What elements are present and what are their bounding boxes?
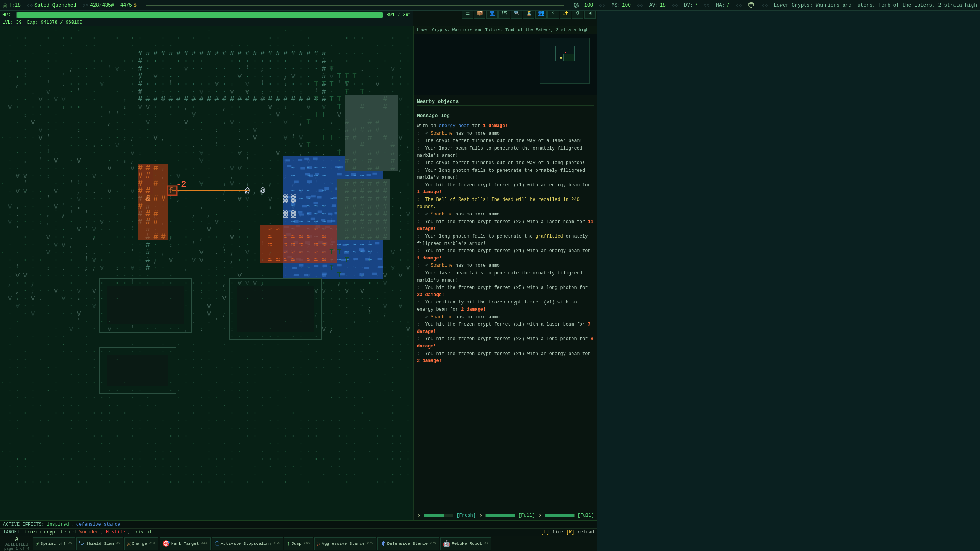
ability-sprint[interactable]: ⚡ Sprint off <> [33, 537, 75, 550]
sprint-name: Sprint off [41, 541, 66, 546]
hp-bar-container [16, 12, 383, 18]
ms-value: 100 [622, 2, 631, 8]
weapon-bar-3 [545, 514, 575, 517]
weapon-icon-3: ⚡ [538, 512, 542, 519]
location-text: Lower Crypts: Warriors and Tutors, Tomb … [774, 2, 977, 8]
lvl-row: LVL: 39 Exp: 941378 / 960100 [0, 19, 413, 26]
message-line: :: You hit the frozen crypt ferret (x5) … [417, 284, 594, 298]
message-line: :: You hit the frozen crypt ferret (x3) … [417, 336, 594, 350]
hp-bar-fill [17, 12, 383, 18]
rebuke-robot-key: <> [484, 541, 488, 546]
rebuke-robot-name: Rebuke Robot [452, 541, 482, 546]
dv-value: 7 [694, 2, 697, 8]
effect-defensive-stance: defensive stance [76, 522, 120, 527]
status-text: Sated Quenched [34, 2, 76, 8]
weapon-bar-1 [424, 514, 454, 517]
skull-icon: ☠ [3, 1, 7, 10]
defensive-stance-key: <7> [430, 541, 436, 546]
weapon-bar-2 [485, 514, 515, 517]
fire-action: fire [552, 530, 563, 535]
rebuke-robot-icon: 🤖 [443, 540, 451, 548]
weapon-label-1: [Fresh] [456, 513, 475, 518]
target-label: TARGET: [3, 530, 22, 535]
abilities-label: ABILITIES [4, 542, 29, 547]
bottom-action-bar: ACTIVE EFFECTS: inspired , defensive sta… [0, 520, 597, 551]
fire-key: [F] [541, 530, 549, 535]
av-value: 18 [660, 2, 666, 8]
ma-value: 7 [727, 2, 730, 8]
ability-charge[interactable]: ⚔ Charge <S> [124, 537, 158, 550]
message-line: :: You hit the frozen crypt ferret (x1) … [417, 182, 594, 196]
shield-icon: 🛡 [79, 540, 85, 547]
message-log: Message log with an energy beam for 1 da… [414, 109, 597, 520]
ability-aggressive-stance[interactable]: ⚔ Aggressive Stance <7> [314, 537, 376, 550]
messages-container: with an energy beam for 1 damage!:: ♂ Sp… [417, 122, 594, 365]
minimap: Lower Crypts: Warriors and Tutors, Tomb … [414, 26, 597, 95]
sprint-key: <> [68, 541, 72, 546]
mark-target-key: <4> [201, 541, 208, 546]
minimap-map [540, 38, 590, 84]
charge-key: <S> [149, 541, 156, 546]
jump-name: Jump [291, 541, 301, 546]
shield-slam-key: <> [116, 541, 121, 546]
turn-value: T:18 [9, 2, 21, 8]
qn-value: 100 [584, 2, 593, 8]
lvl-text: LVL: 39 Exp: 941378 / 960100 [2, 20, 82, 25]
aggressive-stance-key: <7> [367, 541, 374, 546]
message-line: :: You hit the frozen crypt ferret (x1) … [417, 321, 594, 335]
game-map [0, 26, 413, 520]
message-line: :: You critically hit the frozen crypt f… [417, 299, 594, 313]
target-name: frozen crypt ferret [24, 530, 77, 535]
jump-key: <6> [304, 541, 310, 546]
top-status-bar: ☠ T:18 ⟐⟐ Sated Quenched ⟐⟐ 428/435# 447… [0, 0, 980, 11]
gold-value: 4475 [120, 2, 132, 8]
mark-target-icon: 🎯 [162, 540, 170, 548]
effects-line: ACTIVE EFFECTS: inspired , defensive sta… [0, 521, 597, 529]
stopsvalinn-icon: ⬡ [214, 540, 220, 548]
defensive-stance-name: Defensive Stance [387, 541, 428, 546]
ability-defensive-stance[interactable]: 🗡 Defensive Stance <7> [377, 537, 439, 550]
hp-numbers: 391 / 391 [386, 12, 411, 18]
message-line: :: ♂ Sparbine has no more ammo! [417, 314, 594, 321]
charge-name: Charge [132, 541, 147, 546]
turn-counter: ☠ T:18 [3, 1, 21, 10]
reload-key: [R] [566, 530, 575, 535]
weapon-icon-2: ⚡ [479, 512, 483, 519]
message-line: :: You hit the frozen crypt ferret (x1) … [417, 350, 594, 365]
message-line: :: Your laser beam fails to penetrate th… [417, 145, 594, 159]
right-panel: Lower Crypts: Warriors and Tutors, Tomb … [413, 26, 597, 520]
weapon-label-3: [Full] [578, 513, 594, 518]
effect-inspired: inspired [47, 522, 69, 527]
nearby-objects-title: Nearby objects [417, 97, 594, 106]
ability-jump[interactable]: ↑ Jump <6> [284, 537, 313, 550]
reload-action: reload [578, 530, 594, 535]
qn-stat: QN: 100 [573, 2, 593, 8]
status-effects: ⟐⟐ Sated Quenched [27, 2, 76, 8]
aggressive-stance-icon: ⚔ [317, 540, 321, 548]
target-hostile: Hostile [106, 530, 125, 535]
weapon-label-2: [Full] [518, 513, 535, 518]
stopsvalinn-key: <5> [273, 541, 280, 546]
abilities-line: A ABILITIES page 1 of 4 ⚡ Sprint off <> … [0, 536, 597, 551]
effects-label: ACTIVE EFFECTS: [3, 522, 44, 527]
abilities-page-info: A ABILITIES page 1 of 4 [2, 536, 32, 551]
hp-stat: ⟐⟐ 428/435# [82, 2, 114, 8]
ability-mark-target[interactable]: 🎯 Mark Target <4> [160, 537, 211, 550]
message-log-title: Message log [417, 111, 594, 121]
message-line: :: ♂ Sparbine has no more ammo! [417, 130, 594, 137]
helmet-icon: ⛑ [748, 1, 756, 10]
dv-stat: DV: 7 [684, 2, 697, 8]
ability-rebuke-robot[interactable]: 🤖 Rebuke Robot <> [440, 537, 491, 550]
ms-stat: MS: 100 [611, 2, 631, 8]
shield-slam-name: Shield Slam [86, 541, 114, 546]
ability-shield-slam[interactable]: 🛡 Shield Slam <> [76, 537, 123, 550]
nearby-objects-section: Nearby objects [414, 95, 597, 109]
minimap-canvas-area [414, 34, 597, 88]
stopsvalinn-name: Activate Stopsvalinn [221, 541, 271, 546]
mark-target-name: Mark Target [171, 541, 199, 546]
jump-icon: ↑ [287, 540, 291, 547]
defensive-stance-icon: 🗡 [380, 540, 386, 547]
ability-stopsvalinn[interactable]: ⬡ Activate Stopsvalinn <5> [212, 537, 283, 550]
message-line: :: You hit the frozen crypt ferret (x1) … [417, 248, 594, 262]
message-line: :: The Bell of Rest tolls! The dead will… [417, 196, 594, 210]
